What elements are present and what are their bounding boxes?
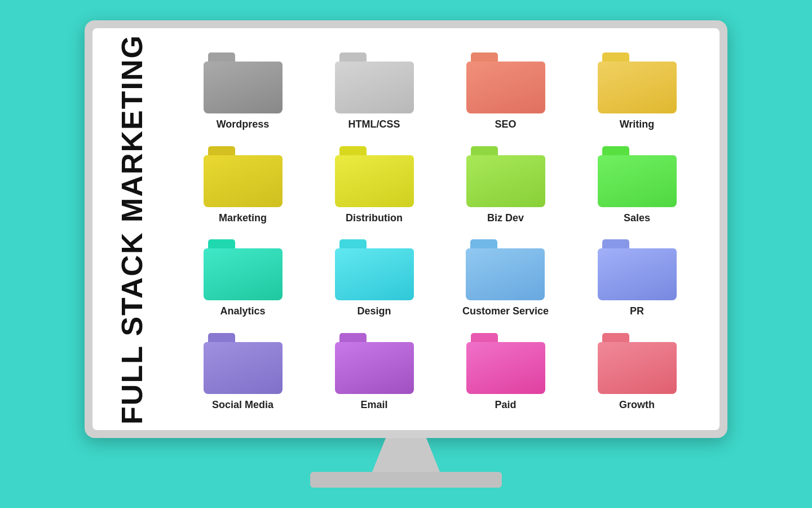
folder-label-htmlcss: HTML/CSS — [348, 118, 400, 131]
folder-item-bizdev[interactable]: Biz Dev — [466, 146, 545, 225]
folder-label-marketing: Marketing — [219, 212, 267, 225]
monitor-body: FULL STACK MARKETING WordpressHTML/CSSSE… — [85, 20, 727, 438]
folder-label-wordpress: Wordpress — [217, 118, 270, 131]
folder-icon-analytics — [204, 239, 283, 300]
folder-icon-email — [335, 333, 414, 394]
folder-item-marketing[interactable]: Marketing — [204, 146, 283, 225]
folder-body-paid — [466, 342, 545, 394]
folder-icon-distribution — [335, 146, 414, 207]
folder-item-email[interactable]: Email — [335, 333, 414, 411]
folder-body-bizdev — [466, 155, 545, 207]
folder-icon-writing — [598, 52, 677, 113]
folder-body-distribution — [335, 155, 414, 207]
title-sidebar: FULL STACK MARKETING — [92, 28, 171, 430]
folder-body-customerservice — [466, 248, 545, 300]
folder-label-growth: Growth — [619, 398, 655, 411]
folder-icon-design — [335, 239, 414, 300]
folder-item-paid[interactable]: Paid — [466, 333, 545, 411]
folder-item-analytics[interactable]: Analytics — [204, 239, 283, 318]
folder-body-sales — [598, 155, 677, 207]
folder-icon-wordpress — [204, 52, 283, 113]
monitor-wrapper: FULL STACK MARKETING WordpressHTML/CSSSE… — [85, 20, 727, 488]
folder-icon-htmlcss — [335, 52, 414, 113]
folder-label-sales: Sales — [624, 212, 650, 225]
folder-label-analytics: Analytics — [220, 305, 265, 318]
folder-icon-customerservice — [466, 239, 545, 300]
folder-label-distribution: Distribution — [346, 212, 403, 225]
folder-icon-pr — [598, 239, 677, 300]
folder-label-bizdev: Biz Dev — [487, 212, 524, 225]
folder-item-wordpress[interactable]: Wordpress — [204, 52, 283, 131]
folder-label-socialmedia: Social Media — [212, 398, 273, 411]
folder-body-writing — [598, 62, 677, 113]
main-title: FULL STACK MARKETING — [115, 34, 149, 424]
folder-item-pr[interactable]: PR — [598, 239, 677, 318]
folder-item-sales[interactable]: Sales — [598, 146, 677, 225]
folder-body-growth — [598, 342, 677, 394]
folder-item-seo[interactable]: SEO — [466, 52, 545, 131]
folders-grid: WordpressHTML/CSSSEOWritingMarketingDist… — [171, 28, 720, 430]
folder-body-analytics — [204, 248, 283, 300]
folder-item-design[interactable]: Design — [335, 239, 414, 318]
folder-icon-seo — [466, 52, 545, 113]
folder-body-marketing — [204, 155, 283, 207]
folder-label-writing: Writing — [620, 118, 655, 131]
folder-item-distribution[interactable]: Distribution — [335, 146, 414, 225]
folder-body-wordpress — [204, 62, 283, 113]
folder-body-email — [335, 342, 414, 394]
folder-body-seo — [466, 62, 545, 113]
folder-label-customerservice: Customer Service — [462, 305, 549, 318]
folder-item-htmlcss[interactable]: HTML/CSS — [335, 52, 414, 131]
folder-body-htmlcss — [335, 62, 414, 113]
folder-body-socialmedia — [204, 342, 283, 394]
folder-label-email: Email — [360, 398, 387, 411]
folder-label-paid: Paid — [495, 398, 516, 411]
folder-item-writing[interactable]: Writing — [598, 52, 677, 131]
screen: FULL STACK MARKETING WordpressHTML/CSSSE… — [92, 28, 720, 430]
folder-icon-socialmedia — [204, 333, 283, 394]
folder-icon-marketing — [204, 146, 283, 207]
folder-label-pr: PR — [630, 305, 644, 318]
folder-label-seo: SEO — [495, 118, 516, 131]
monitor-neck — [372, 438, 440, 472]
folder-item-growth[interactable]: Growth — [598, 333, 677, 411]
folder-icon-sales — [598, 146, 677, 207]
folder-label-design: Design — [357, 305, 391, 318]
folder-body-pr — [598, 248, 677, 300]
folder-body-design — [335, 248, 414, 300]
folder-icon-growth — [598, 333, 677, 394]
folder-item-socialmedia[interactable]: Social Media — [204, 333, 283, 411]
folder-item-customerservice[interactable]: Customer Service — [462, 239, 549, 318]
folder-icon-paid — [466, 333, 545, 394]
folder-icon-bizdev — [466, 146, 545, 207]
monitor-base — [310, 472, 502, 488]
